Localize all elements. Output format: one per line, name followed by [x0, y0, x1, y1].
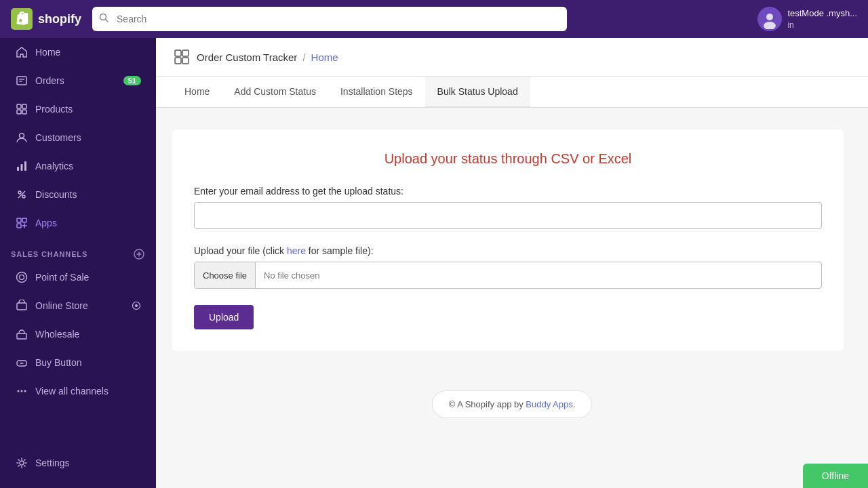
search-bar[interactable] [92, 7, 567, 31]
page-content: Upload your status through CSV or Excel … [156, 108, 868, 452]
svg-point-26 [17, 272, 27, 283]
search-input[interactable] [92, 7, 567, 31]
upload-card: Upload your status through CSV or Excel … [172, 129, 844, 351]
choose-file-button[interactable]: Choose file [195, 262, 256, 288]
email-label: Enter your email address to get the uplo… [194, 186, 822, 197]
sidebar-item-orders[interactable]: Orders 51 [4, 67, 152, 94]
user-suffix: in [787, 20, 857, 31]
sidebar-item-apps[interactable]: Apps [4, 209, 152, 237]
svg-point-18 [22, 195, 25, 198]
customers-icon [15, 131, 28, 144]
svg-point-36 [24, 390, 26, 392]
sidebar-item-analytics[interactable]: Analytics [4, 152, 152, 180]
file-input-row: Choose file No file chosen [194, 262, 822, 289]
sidebar-label-view-all-channels: View all channels [35, 386, 108, 396]
breadcrumb-home-link[interactable]: Home [311, 52, 338, 63]
user-info: testMode .mysh... in [787, 7, 857, 31]
layout: Home Orders 51 Products Customers Anal [0, 38, 868, 488]
search-icon [99, 13, 108, 25]
svg-point-27 [20, 275, 24, 280]
sidebar-item-point-of-sale[interactable]: Point of Sale [4, 264, 152, 291]
sidebar-label-discounts: Discounts [35, 189, 77, 200]
pos-icon [15, 270, 28, 284]
online-store-settings-icon[interactable] [132, 301, 141, 310]
svg-rect-38 [175, 50, 181, 56]
sample-file-link[interactable]: here [287, 245, 306, 256]
apps-icon [15, 216, 28, 230]
footer-credit: © A Shopify app by Buddy Apps. [172, 378, 852, 430]
tab-home[interactable]: Home [172, 77, 222, 108]
app-icon [172, 47, 191, 66]
svg-point-30 [135, 304, 138, 307]
svg-line-2 [106, 20, 108, 22]
products-icon [15, 102, 28, 116]
main-content: Order Custom Tracker / Home Home Add Cus… [156, 38, 868, 488]
buy-button-icon [15, 356, 28, 369]
sidebar-item-home[interactable]: Home [4, 39, 152, 66]
sidebar-item-online-store[interactable]: Online Store [4, 292, 152, 319]
svg-rect-12 [22, 110, 26, 114]
svg-rect-31 [17, 333, 26, 339]
settings-icon [15, 456, 28, 470]
sidebar-item-settings[interactable]: Settings [4, 449, 152, 476]
svg-point-13 [20, 134, 24, 138]
orders-badge: 51 [123, 76, 141, 85]
tab-add-custom-status[interactable]: Add Custom Status [222, 77, 328, 108]
svg-rect-41 [182, 58, 189, 64]
sidebar-label-analytics: Analytics [35, 161, 73, 171]
footer-copyright: © A Shopify app by [449, 399, 526, 409]
shopify-logo-icon [11, 8, 33, 30]
more-icon [15, 384, 28, 398]
svg-rect-9 [17, 104, 21, 108]
no-file-text: No file chosen [256, 270, 328, 281]
file-label-suffix: for sample file): [306, 245, 374, 256]
svg-rect-40 [175, 58, 181, 64]
tabs-bar: Home Add Custom Status Installation Step… [156, 77, 868, 108]
avatar[interactable] [757, 7, 782, 31]
upload-title: Upload your status through CSV or Excel [194, 151, 822, 167]
sidebar-label-buy-button: Buy Button [35, 357, 82, 368]
tab-bulk-status-upload[interactable]: Bulk Status Upload [425, 77, 530, 108]
footer-suffix: . [573, 399, 576, 409]
sidebar-item-wholesale[interactable]: Wholesale [4, 321, 152, 348]
svg-point-35 [21, 390, 23, 392]
tab-installation-steps[interactable]: Installation Steps [328, 77, 425, 108]
svg-point-37 [20, 461, 24, 465]
svg-rect-22 [17, 224, 21, 228]
breadcrumb: Order Custom Tracker / Home [156, 38, 868, 77]
wholesale-icon [15, 327, 28, 341]
svg-rect-14 [17, 167, 19, 171]
orders-icon [15, 74, 28, 87]
svg-line-19 [18, 191, 25, 198]
sidebar-item-products[interactable]: Products [4, 96, 152, 123]
footer-bubble: © A Shopify app by Buddy Apps. [432, 390, 593, 418]
sidebar-label-online-store: Online Store [35, 300, 88, 311]
sidebar: Home Orders 51 Products Customers Anal [0, 38, 156, 488]
svg-rect-6 [17, 77, 26, 85]
file-upload-label: Upload your file (click here for sample … [194, 245, 822, 256]
svg-rect-15 [21, 164, 23, 171]
add-channel-icon[interactable] [133, 248, 145, 260]
email-input[interactable] [194, 202, 822, 229]
sidebar-item-view-all-channels[interactable]: View all channels [4, 378, 152, 405]
svg-rect-10 [22, 104, 26, 108]
svg-point-4 [766, 14, 773, 20]
sidebar-label-home: Home [35, 47, 60, 58]
file-label-prefix: Upload your file (click [194, 245, 287, 256]
sidebar-label-pos: Point of Sale [35, 272, 89, 283]
home-icon [15, 45, 28, 59]
svg-rect-20 [17, 218, 21, 222]
shopify-logo[interactable]: shopify [11, 8, 81, 30]
sidebar-item-customers[interactable]: Customers [4, 124, 152, 151]
store-name: testMode .mysh... [787, 7, 857, 20]
sidebar-label-products: Products [35, 104, 73, 115]
offline-badge: Offline [803, 464, 868, 488]
upload-button[interactable]: Upload [194, 305, 254, 329]
sidebar-item-buy-button[interactable]: Buy Button [4, 349, 152, 376]
sidebar-item-discounts[interactable]: Discounts [4, 181, 152, 208]
top-nav: shopify testMode .mysh... in [0, 0, 868, 38]
buddy-apps-link[interactable]: Buddy Apps [526, 399, 572, 409]
breadcrumb-separator: / [302, 52, 305, 63]
sidebar-label-orders: Orders [35, 75, 64, 86]
sidebar-label-settings: Settings [35, 458, 70, 468]
